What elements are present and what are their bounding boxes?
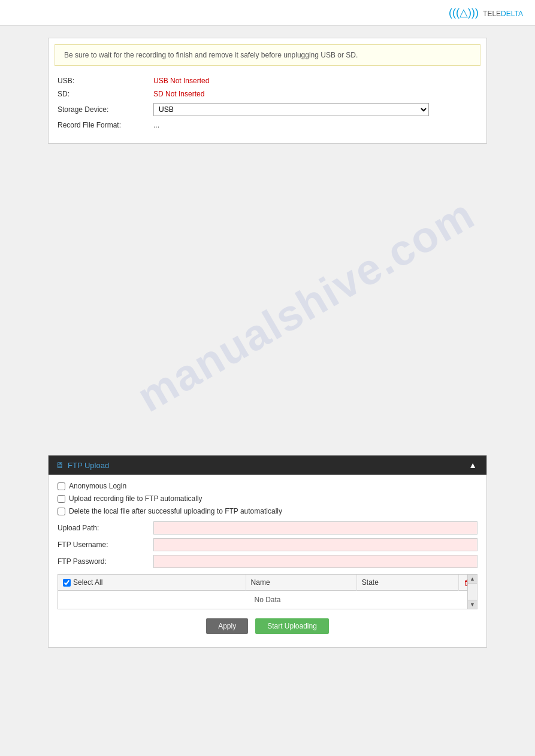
storage-device-label: Storage Device:: [58, 105, 153, 114]
ftp-collapse-button[interactable]: ▲: [466, 460, 479, 470]
record-file-format-value: ...: [153, 121, 159, 129]
scroll-down-arrow[interactable]: ▼: [468, 600, 477, 609]
warning-text: Be sure to wait for the recording to fin…: [64, 51, 358, 59]
sd-value: SD Not Inserted: [153, 90, 204, 98]
usb-field-row: USB: USB Not Inserted: [58, 77, 477, 85]
ftp-header-title: 🖥 FTP Upload: [56, 460, 109, 470]
upload-path-input[interactable]: [153, 521, 477, 535]
no-data-cell: No Data: [58, 591, 477, 609]
storage-device-field-row: Storage Device: USB SD: [58, 103, 477, 116]
logo-icon: (((△))): [449, 7, 479, 19]
ftp-password-row: FTP Password:: [58, 555, 477, 568]
record-file-format-label: Record File Format:: [58, 121, 153, 129]
upload-auto-row: Upload recording file to FTP automatical…: [58, 494, 477, 503]
ftp-username-input[interactable]: [153, 538, 477, 551]
record-file-format-row: Record File Format: ...: [58, 121, 477, 129]
file-table-wrapper: Select All Name State 🗑 No Data: [58, 574, 477, 609]
upload-auto-label[interactable]: Upload recording file to FTP automatical…: [69, 494, 202, 503]
no-data-row: No Data: [58, 591, 477, 609]
ftp-username-label: FTP Username:: [58, 541, 153, 549]
warning-banner: Be sure to wait for the recording to fin…: [55, 44, 480, 66]
ftp-password-input[interactable]: [153, 555, 477, 568]
table-scrollbar: ▲ ▼: [467, 575, 477, 609]
ftp-body: Anonymous Login Upload recording file to…: [49, 475, 486, 647]
ftp-form: Upload Path: FTP Username: FTP Password:: [58, 521, 477, 568]
upload-path-label: Upload Path:: [58, 524, 153, 532]
storage-panel: Be sure to wait for the recording to fin…: [48, 38, 487, 144]
sd-label: SD:: [58, 90, 153, 98]
anonymous-login-checkbox[interactable]: [58, 482, 65, 490]
ftp-password-label: FTP Password:: [58, 557, 153, 566]
th-state: State: [356, 575, 458, 591]
usb-label: USB:: [58, 77, 153, 85]
watermark-text: manualshive.com: [129, 189, 482, 421]
ftp-title-text: FTP Upload: [68, 461, 109, 470]
ftp-panel: 🖥 FTP Upload ▲ Anonymous Login Upload re…: [48, 455, 487, 648]
table-header-row: Select All Name State 🗑: [58, 575, 477, 591]
select-all-label[interactable]: Select All: [73, 578, 102, 587]
usb-value: USB Not Inserted: [153, 77, 209, 85]
header: (((△))) TELEDELTA: [0, 0, 535, 26]
watermark-container: manualshive.com: [48, 156, 487, 455]
start-uploading-button[interactable]: Start Uploading: [255, 618, 329, 634]
button-row: Apply Start Uploading: [58, 618, 477, 640]
anonymous-login-label[interactable]: Anonymous Login: [69, 482, 126, 490]
ftp-username-row: FTP Username:: [58, 538, 477, 551]
upload-auto-checkbox[interactable]: [58, 495, 65, 503]
ftp-section-icon: 🖥: [56, 460, 64, 470]
upload-path-row: Upload Path:: [58, 521, 477, 535]
select-all-checkbox[interactable]: [63, 579, 71, 587]
storage-fields: USB: USB Not Inserted SD: SD Not Inserte…: [49, 72, 486, 143]
delete-local-row: Delete the local file after successful u…: [58, 507, 477, 515]
th-name: Name: [246, 575, 356, 591]
file-table: Select All Name State 🗑 No Data: [58, 575, 477, 609]
delete-local-label[interactable]: Delete the local file after successful u…: [69, 507, 282, 515]
logo-tele: TELE: [483, 10, 501, 18]
sd-field-row: SD: SD Not Inserted: [58, 90, 477, 98]
logo: (((△))) TELEDELTA: [449, 6, 523, 19]
ftp-header: 🖥 FTP Upload ▲: [49, 456, 486, 475]
anonymous-login-row: Anonymous Login: [58, 482, 477, 490]
scroll-up-arrow[interactable]: ▲: [468, 575, 477, 584]
main-content: Be sure to wait for the recording to fin…: [0, 26, 535, 660]
delete-local-checkbox[interactable]: [58, 508, 65, 515]
logo-delta: DELTA: [501, 10, 523, 18]
apply-button[interactable]: Apply: [206, 618, 248, 634]
storage-device-select[interactable]: USB SD: [153, 103, 429, 116]
th-select: Select All: [58, 575, 246, 591]
